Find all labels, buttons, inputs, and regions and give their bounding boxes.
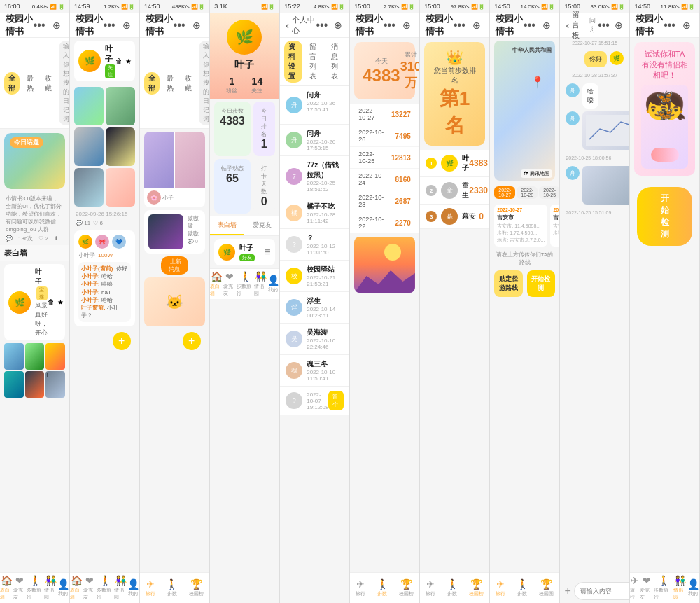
nav3-travel[interactable]: ✈旅行	[146, 578, 155, 597]
img-person[interactable]	[106, 168, 135, 207]
nav2-love[interactable]: ❤爱克友	[83, 575, 97, 601]
photo-grass[interactable]	[25, 343, 45, 370]
start-btn[interactable]: 开始检测	[637, 187, 692, 246]
chat-item-2[interactable]: 舟 问舟 2022-10-26 17:53:15	[280, 125, 349, 156]
post-card-3[interactable]: 🐱	[144, 277, 205, 326]
nav-icon-10[interactable]: ⊕	[680, 18, 694, 32]
nav-icon-1[interactable]: ⊕	[50, 18, 64, 32]
nav7-steps[interactable]: 🚶步数	[447, 578, 458, 597]
add-icon-9[interactable]: +	[564, 585, 570, 597]
nav6-travel[interactable]: ✈旅行	[356, 578, 365, 597]
nav7-travel[interactable]: ✈旅行	[426, 578, 435, 597]
photo-add-btn[interactable]: +	[46, 371, 65, 379]
nav2-whiteboard[interactable]: 🏠表白墙	[70, 575, 83, 601]
search-3[interactable]: 输入你想搜的日记词...	[199, 41, 210, 125]
btn-start-check[interactable]: 开始检测	[527, 270, 555, 297]
tab5-messages[interactable]: 消息列表	[327, 41, 345, 83]
tab5-comments[interactable]: 留言列表	[305, 41, 323, 83]
nav2-me[interactable]: 👤我的	[127, 578, 139, 597]
date-tag-1[interactable]: 2022-10-27	[494, 186, 515, 199]
nav4-wb[interactable]: 🏠表白墙	[210, 271, 223, 297]
nav8-travel[interactable]: ✈旅行	[496, 578, 505, 597]
nav2-walk[interactable]: 🚶多数旅行	[97, 575, 114, 601]
nav4-me[interactable]: 👤我的	[267, 275, 279, 293]
tab5-settings[interactable]: 资料设置	[284, 41, 302, 83]
new-msg-indicator[interactable]: ↑上新消息	[161, 256, 188, 275]
add-btn-2[interactable]: +	[113, 332, 131, 350]
timeline-card-1[interactable]: 2022-10-27 吉安市 吉安市, 11.4,5898... 步数: 1,7…	[494, 205, 547, 247]
nav3-rank[interactable]: 🏆校园榜	[189, 578, 204, 597]
post-card-girl[interactable]: 🌸 小子	[144, 132, 205, 207]
tab-lovefriend[interactable]: 爱克友	[244, 216, 279, 235]
nav-icon-8[interactable]: ⊕	[540, 18, 554, 32]
map-panel[interactable]: 📍 中华人民共和国 🗺 腾讯地图	[494, 41, 555, 181]
profile-menu-icon[interactable]: ≡	[264, 246, 270, 258]
photo-sunset[interactable]	[46, 343, 65, 370]
nav-whiteboard[interactable]: 🏠 表白墙	[0, 575, 13, 601]
back-btn-5[interactable]: ‹ 个人中心	[286, 15, 316, 36]
chat-item-10[interactable]: ? 2022-10-07 19:12:08 留个	[280, 387, 349, 415]
tab3-fav[interactable]: 收藏	[181, 72, 196, 95]
nav-icon-9[interactable]: ⊕	[614, 18, 624, 32]
tab3-all[interactable]: 全部	[144, 72, 160, 95]
tab-all-1[interactable]: 全部	[4, 72, 20, 95]
tab-whiteboard[interactable]: 表白墙	[210, 216, 244, 235]
date-tag-3[interactable]: 2022-10-25	[539, 186, 559, 199]
chat-item-1[interactable]: 舟 问舟 2022-10-26 17:55:41 ...	[280, 86, 349, 125]
timeline-card-2[interactable]: 2022-10-28 吉安市 吉安市, 11.4,5862... 步数: 0	[550, 205, 559, 247]
nav6-rank[interactable]: 🏆校园榜	[399, 578, 414, 597]
nav-icon-5[interactable]: ⊕	[332, 18, 343, 32]
btn-add-route[interactable]: 贴定径游路线	[494, 270, 522, 297]
nav10-walk[interactable]: 🚶步数旅行	[654, 575, 673, 601]
nav2-couple[interactable]: 👫情侣园	[114, 575, 127, 601]
nav8-steps[interactable]: 🚶步数	[517, 578, 528, 597]
chat-item-7[interactable]: 浮 浮生 2022-10-14 00:23:51	[280, 292, 349, 324]
nav10-couple[interactable]: 👫情侣园	[673, 575, 687, 601]
nav4-couple[interactable]: 👫情侣园	[254, 271, 267, 297]
chat-item-6[interactable]: 校 校园驿站 2022-10-21 21:53:21	[280, 261, 349, 292]
post-card-animal[interactable]: 嗷嗷嗷~~嗷嗷 💬 0	[144, 210, 205, 254]
img-grass[interactable]	[106, 87, 135, 125]
nav10-travel[interactable]: ✈旅行	[630, 575, 640, 601]
date-tag-2[interactable]: 2022-10-28	[517, 186, 538, 199]
img-landscape[interactable]	[74, 87, 104, 125]
nav10-me[interactable]: 👤我的	[687, 578, 699, 597]
chat-input[interactable]	[574, 582, 630, 600]
photo-sky[interactable]	[4, 343, 24, 370]
search-1[interactable]: 输入你想搜的日记词...	[59, 41, 70, 125]
chat-item-5[interactable]: ? ？ 2022-10-12 11:31:50	[280, 229, 349, 261]
chat-item-3[interactable]: 7 77z（借钱拉黑） 2022-10-25 18:51:52	[280, 156, 349, 197]
tab-fav-1[interactable]: 收藏	[41, 72, 56, 95]
nav-icon-6[interactable]: ⊕	[400, 18, 414, 32]
nav-couple[interactable]: 👫 情侣园	[44, 575, 57, 601]
nav-love[interactable]: ❤ 爱克友	[13, 575, 27, 601]
back-btn-9[interactable]: ‹ 留言板	[566, 9, 586, 41]
nav-walk[interactable]: 🚶 多数旅行	[27, 575, 44, 601]
nav8-rank[interactable]: 🏆校园图	[539, 578, 554, 597]
tab3-hot[interactable]: 最热	[162, 72, 178, 95]
photo-castle[interactable]: +	[46, 371, 65, 398]
nav6-steps[interactable]: 🚶步数	[377, 578, 388, 597]
user-card-2[interactable]: 🌿 叶子 关注 🗑 ★	[74, 41, 135, 81]
reply-badge[interactable]: 留个	[328, 391, 343, 410]
chat-item-4[interactable]: 橘 橘子不吃 2022-10-28 11:11:42	[280, 197, 349, 229]
nav4-love[interactable]: ❤爱克友	[223, 271, 237, 297]
nav4-walk[interactable]: 🚶步数旅行	[237, 271, 254, 297]
photo-sea[interactable]	[4, 371, 24, 398]
add-btn-3[interactable]: +	[183, 332, 201, 350]
user-card-1[interactable]: 🌿 叶子 宝连 风景真好呀，开心 🗑 ★	[4, 264, 65, 340]
nav7-rank[interactable]: 🏆校园榜	[469, 578, 484, 597]
today-topic-card[interactable]: 今日话题	[4, 133, 65, 189]
chat-item-9[interactable]: 魂 魂三冬 2022-10-10 11:50:41	[280, 355, 349, 387]
img-moon[interactable]	[106, 127, 135, 166]
img-tower[interactable]	[74, 127, 104, 166]
nav-icon-2[interactable]: ⊕	[120, 18, 134, 32]
nav-icon-3[interactable]: ⊕	[190, 18, 204, 32]
nav3-steps[interactable]: 🚶步数	[166, 578, 178, 597]
img-ship[interactable]	[74, 168, 104, 207]
nav10-love[interactable]: ❤爱克友	[640, 575, 654, 601]
nav-me[interactable]: 👤 我的	[57, 578, 69, 597]
nav-dots-1[interactable]: •••	[34, 19, 46, 32]
tab-hot-1[interactable]: 最热	[22, 72, 38, 95]
nav-icon-7[interactable]: ⊕	[470, 18, 484, 32]
